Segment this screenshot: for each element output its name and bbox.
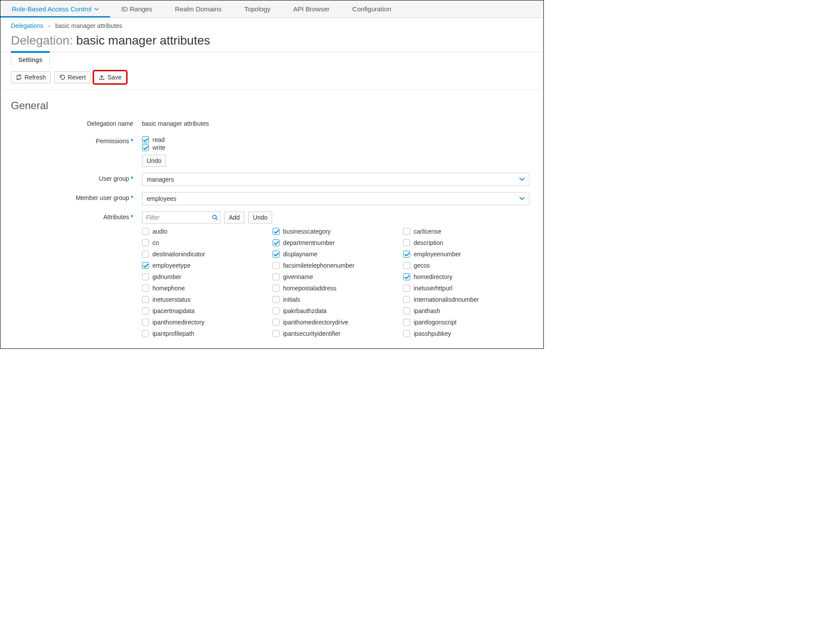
row-delegation-name: Delegation name basic manager attributes <box>11 118 533 129</box>
attribute-checkbox-employeenumber[interactable] <box>403 251 410 258</box>
attribute-checkbox-audio[interactable] <box>142 228 149 235</box>
attribute-label[interactable]: ipantsecurityidentifier <box>283 330 341 337</box>
attribute-label[interactable]: inetuserstatus <box>152 296 190 303</box>
attribute-checkbox-homedirectory[interactable] <box>403 273 410 280</box>
attribute-checkbox-homepostaladdress[interactable] <box>273 285 280 292</box>
attribute-checkbox-displayname[interactable] <box>273 251 280 258</box>
attribute-label[interactable]: gecos <box>414 262 430 269</box>
breadcrumb-parent[interactable]: Delegations <box>11 22 43 29</box>
attribute-checkbox-homephone[interactable] <box>142 285 149 292</box>
attribute-option-ipantprofilepath: ipantprofilepath <box>142 330 269 337</box>
topnav-item-label: Topology <box>244 5 270 13</box>
attribute-checkbox-internationalisdnnumber[interactable] <box>403 296 410 303</box>
attribute-checkbox-departmentnumber[interactable] <box>273 239 280 246</box>
permissions-undo-button[interactable]: Undo <box>142 155 166 167</box>
attribute-checkbox-destinationindicator[interactable] <box>142 251 149 258</box>
attributes-undo-button[interactable]: Undo <box>248 211 272 224</box>
attributes-filter-input[interactable] <box>142 211 221 224</box>
label-attributes: Attributes* <box>11 211 142 223</box>
attribute-checkbox-ipantlogonscript[interactable] <box>403 319 410 326</box>
attribute-option-audio: audio <box>142 228 269 235</box>
attribute-label[interactable]: facsimiletelephonenumber <box>283 262 354 269</box>
attribute-label[interactable]: ipantlogonscript <box>414 319 456 326</box>
attribute-label[interactable]: carlicense <box>414 228 441 235</box>
revert-icon <box>59 74 65 80</box>
attribute-checkbox-carlicense[interactable] <box>403 228 410 235</box>
attribute-checkbox-description[interactable] <box>403 239 410 246</box>
attribute-checkbox-businesscategory[interactable] <box>273 228 280 235</box>
attribute-checkbox-ipantprofilepath[interactable] <box>142 330 149 337</box>
attribute-checkbox-ipanthomedirectorydrive[interactable] <box>273 319 280 326</box>
attributes-add-button[interactable]: Add <box>224 211 245 224</box>
attribute-checkbox-facsimiletelephonenumber[interactable] <box>273 262 280 269</box>
attribute-label[interactable]: homepostaladdress <box>283 285 336 292</box>
topnav-item-api-browser[interactable]: API Browser <box>282 0 341 17</box>
attribute-label[interactable]: ipacertmapdata <box>152 307 195 314</box>
attribute-checkbox-initials[interactable] <box>273 296 280 303</box>
permission-checkbox-read[interactable] <box>142 136 149 143</box>
attribute-checkbox-givenname[interactable] <box>273 273 280 280</box>
attribute-checkbox-ipanthash[interactable] <box>403 307 410 314</box>
attribute-label[interactable]: departmentnumber <box>283 239 335 246</box>
attribute-checkbox-cn[interactable] <box>142 239 149 246</box>
user-group-select[interactable]: managers <box>142 173 529 186</box>
attribute-checkbox-ipantsecurityidentifier[interactable] <box>273 330 280 337</box>
attribute-label[interactable]: employeenumber <box>414 251 461 258</box>
attribute-checkbox-ipasshpubkey[interactable] <box>403 330 410 337</box>
permission-checkbox-write[interactable] <box>142 144 149 151</box>
attribute-label[interactable]: businesscategory <box>283 228 331 235</box>
save-button[interactable]: Save <box>94 71 126 83</box>
topnav-item-configuration[interactable]: Configuration <box>341 0 403 17</box>
tab-settings[interactable]: Settings <box>11 53 50 67</box>
attribute-checkbox-inetuserhttpurl[interactable] <box>403 285 410 292</box>
attributes-filter-row: Add Undo <box>142 211 533 224</box>
attribute-checkbox-ipakrbauthzdata[interactable] <box>273 307 280 314</box>
attribute-label[interactable]: ipasshpubkey <box>414 330 451 337</box>
attribute-label[interactable]: inetuserhttpurl <box>414 285 453 292</box>
topnav-item-role-based-access-control[interactable]: Role-Based Access Control <box>0 0 110 17</box>
refresh-button[interactable]: Refresh <box>11 71 51 83</box>
attribute-label[interactable]: homedirectory <box>414 273 453 280</box>
search-icon[interactable] <box>212 214 218 221</box>
attribute-checkbox-gidnumber[interactable] <box>142 273 149 280</box>
attribute-label[interactable]: ipanthash <box>414 307 440 314</box>
attribute-label[interactable]: audio <box>152 228 167 235</box>
attribute-label[interactable]: ipantprofilepath <box>152 330 194 337</box>
attribute-checkbox-ipanthomedirectory[interactable] <box>142 319 149 326</box>
revert-button[interactable]: Revert <box>54 71 90 83</box>
attribute-option-gecos: gecos <box>403 262 530 269</box>
attribute-label[interactable]: initials <box>283 296 300 303</box>
page-title: Delegation: basic manager attributes <box>0 31 543 51</box>
attribute-label[interactable]: givenname <box>283 273 313 280</box>
attribute-option-gidnumber: gidnumber <box>142 273 269 280</box>
attribute-checkbox-gecos[interactable] <box>403 262 410 269</box>
attribute-checkbox-inetuserstatus[interactable] <box>142 296 149 303</box>
attribute-label[interactable]: gidnumber <box>152 273 181 280</box>
attribute-option-homepostaladdress: homepostaladdress <box>273 285 400 292</box>
attribute-checkbox-employeetype[interactable] <box>142 262 149 269</box>
refresh-label: Refresh <box>24 74 46 81</box>
attribute-label[interactable]: ipanthomedirectory <box>152 319 204 326</box>
attribute-label[interactable]: destinationindicator <box>152 251 205 258</box>
member-user-group-select[interactable]: employees <box>142 192 529 205</box>
attribute-label[interactable]: homephone <box>152 285 185 292</box>
upload-icon <box>99 74 105 80</box>
attributes-scroll[interactable]: audiobusinesscategorycarlicensecndepartm… <box>142 227 533 338</box>
attribute-label[interactable]: description <box>414 239 443 246</box>
attribute-label[interactable]: cn <box>152 239 159 246</box>
label-user-group: User group* <box>11 173 142 184</box>
value-delegation-name: basic manager attributes <box>142 120 209 127</box>
attribute-label[interactable]: displayname <box>283 251 318 258</box>
attribute-label[interactable]: ipanthomedirectorydrive <box>283 319 348 326</box>
topnav-item-realm-domains[interactable]: Realm Domains <box>163 0 233 17</box>
topnav-item-topology[interactable]: Topology <box>233 0 282 17</box>
attribute-label[interactable]: ipakrbauthzdata <box>283 307 327 314</box>
label-member-user-group: Member user group* <box>11 192 142 203</box>
attribute-option-employeenumber: employeenumber <box>403 251 530 258</box>
attribute-checkbox-ipacertmapdata[interactable] <box>142 307 149 314</box>
permission-label[interactable]: write <box>152 144 166 151</box>
attribute-label[interactable]: employeetype <box>152 262 190 269</box>
attribute-label[interactable]: internationalisdnnumber <box>414 296 479 303</box>
permission-label[interactable]: read <box>152 136 165 143</box>
topnav-item-id-ranges[interactable]: ID Ranges <box>110 0 164 17</box>
